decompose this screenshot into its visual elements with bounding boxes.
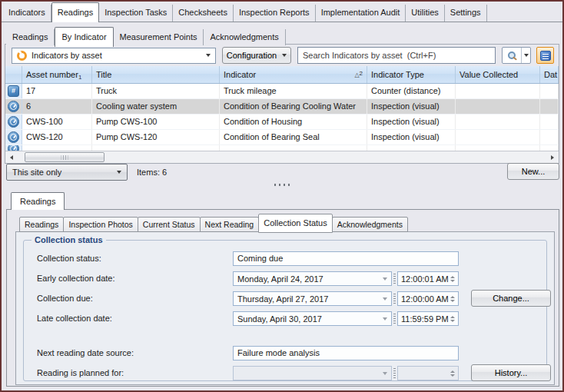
panel-splitter[interactable] — [2, 181, 562, 189]
table-row-selected[interactable]: 6 Cooling water system Condition of Bear… — [5, 99, 559, 115]
row-icon-cell: # — [5, 84, 22, 98]
column-header-icon[interactable] — [5, 66, 22, 83]
view-selector-combo[interactable]: Indicators by asset — [12, 48, 216, 64]
groupbox-title: Collection status — [32, 235, 106, 244]
gauge-icon — [8, 145, 19, 151]
search-input[interactable] — [297, 47, 496, 64]
column-header-value-collected[interactable]: Value Collected — [456, 66, 540, 83]
table-row[interactable]: CWS-100 Pump CWS-100 Condition of Housin… — [5, 115, 559, 130]
tab-readings-detail[interactable]: Readings — [11, 192, 65, 210]
tab-collection-status[interactable]: Collection Status — [258, 214, 333, 233]
early-collection-date-picker[interactable]: Monday, April 24, 2017 — [233, 271, 392, 286]
indicators-by-asset-icon — [17, 51, 27, 61]
field-row-next-reading-source: Next reading date source: Failure mode a… — [16, 346, 554, 360]
column-header-date[interactable]: Dat — [540, 66, 559, 83]
view-tab-bar: Readings By Indicator Measurement Points… — [6, 25, 286, 45]
field-divider — [393, 274, 396, 284]
indicator-grid: Asset number1 Title Indicator △2 Indicat… — [5, 66, 559, 151]
table-row[interactable]: CWS-120 Pump CWS-120 Condition of Bearin… — [5, 130, 559, 145]
site-filter-value: This site only — [12, 168, 61, 177]
site-filter-combo[interactable]: This site only — [6, 164, 128, 181]
chevron-down-icon — [282, 54, 287, 57]
reading-planned-time-spinner[interactable] — [397, 366, 459, 380]
tab-readings-view[interactable]: Readings — [6, 29, 55, 45]
collection-status-field[interactable]: Coming due — [233, 251, 459, 266]
tab-acknowledgments-sub[interactable]: Acknowledgments — [332, 217, 408, 232]
chevron-down-icon — [383, 277, 387, 281]
tab-implementation-audit[interactable]: Implementation Audit — [316, 5, 406, 22]
field-divider — [393, 314, 396, 324]
counter-icon: # — [8, 85, 19, 97]
search-button[interactable] — [502, 47, 531, 64]
spinner-arrows-icon[interactable] — [450, 316, 455, 322]
chevron-down-icon — [383, 317, 387, 321]
spinner-arrows-icon[interactable] — [450, 276, 455, 282]
table-row-partial[interactable] — [5, 145, 559, 151]
spinner-arrows-icon[interactable] — [450, 370, 455, 377]
horizontal-scrollbar[interactable] — [5, 151, 559, 163]
row-icon-cell — [5, 130, 22, 145]
configuration-button[interactable]: Configuration — [222, 47, 291, 64]
search-options-dropdown[interactable] — [521, 48, 530, 63]
field-row-collection-status: Collection status: Coming due — [16, 251, 554, 266]
chevron-down-icon — [206, 54, 211, 57]
next-reading-date-source-field[interactable]: Failure mode analysis — [233, 346, 459, 360]
configuration-label: Configuration — [227, 51, 277, 60]
spinner-arrows-icon[interactable] — [450, 296, 455, 302]
app-window: Indicators Readings Inspection Tasks Che… — [0, 0, 564, 392]
tab-acknowledgments-view[interactable]: Acknowledgments — [204, 29, 285, 45]
main-tab-bar: Indicators Readings Inspection Tasks Che… — [2, 2, 562, 22]
tab-checksheets[interactable]: Checksheets — [173, 5, 234, 22]
indicator-list-panel: Indicators by asset Configuration — [5, 44, 559, 164]
items-count: Items: 6 — [137, 168, 167, 177]
list-view-icon — [540, 51, 551, 61]
change-button[interactable]: Change... — [471, 290, 551, 307]
tab-indicators[interactable]: Indicators — [3, 5, 51, 22]
field-divider — [393, 294, 396, 304]
tab-by-indicator[interactable]: By Indicator — [55, 27, 113, 47]
tab-current-status[interactable]: Current Status — [138, 217, 201, 232]
sort-ascending-icon: △2 — [354, 70, 363, 79]
collection-due-date-picker[interactable]: Thursday, April 27, 2017 — [233, 291, 392, 306]
new-button[interactable]: New... — [507, 163, 559, 180]
scrollbar-thumb[interactable] — [25, 152, 105, 162]
tab-readings-sub[interactable]: Readings — [19, 217, 64, 232]
collection-due-time-spinner[interactable]: 12:00:00 AM — [397, 291, 459, 306]
tab-inspection-reports[interactable]: Inspection Reports — [234, 5, 316, 22]
late-collection-time-spinner[interactable]: 11:59:59 PM — [397, 311, 459, 326]
scroll-right-arrow[interactable] — [547, 152, 558, 163]
column-header-indicator[interactable]: Indicator △2 — [220, 66, 367, 83]
late-collection-date-picker[interactable]: Sunday, April 30, 2017 — [233, 311, 392, 326]
chevron-down-icon — [117, 171, 121, 174]
column-header-asset-number[interactable]: Asset number1 — [22, 66, 92, 83]
field-row-early-collection-date: Early collection date: Monday, April 24,… — [16, 271, 554, 286]
reading-planned-date-picker[interactable] — [233, 366, 392, 380]
column-header-title[interactable]: Title — [92, 66, 220, 83]
sort-order-badge: 1 — [78, 74, 81, 83]
tab-next-reading[interactable]: Next Reading — [200, 217, 260, 232]
tab-utilities[interactable]: Utilities — [406, 5, 444, 22]
collection-status-page: Collection status Collection status: Com… — [15, 231, 555, 385]
details-view-toggle-button[interactable] — [536, 47, 554, 64]
early-collection-time-spinner[interactable]: 12:00:01 AM — [397, 271, 459, 286]
tab-readings[interactable]: Readings — [51, 2, 99, 22]
tab-inspection-photos[interactable]: Inspection Photos — [63, 217, 138, 232]
gauge-icon — [8, 131, 19, 143]
detail-tab-bar: Readings Inspection Photos Current Statu… — [19, 213, 408, 232]
field-row-reading-planned: Reading is planned for: History... — [16, 366, 554, 380]
scroll-left-arrow[interactable] — [6, 152, 17, 163]
field-divider — [393, 368, 396, 378]
tab-measurement-points[interactable]: Measurement Points — [114, 29, 204, 45]
history-button[interactable]: History... — [471, 364, 551, 381]
field-row-collection-due: Collection due: Thursday, April 27, 2017… — [16, 291, 554, 306]
tab-settings[interactable]: Settings — [445, 5, 487, 22]
grid-header-row: Asset number1 Title Indicator △2 Indicat… — [5, 66, 559, 84]
table-row[interactable]: # 17 Truck Truck mileage Counter (distan… — [5, 84, 559, 99]
tab-inspection-tasks[interactable]: Inspection Tasks — [99, 5, 173, 22]
row-icon-cell — [5, 115, 22, 129]
row-icon-cell — [5, 145, 22, 151]
chevron-down-icon — [524, 54, 529, 57]
gauge-icon — [8, 116, 19, 128]
column-header-indicator-type[interactable]: Indicator Type — [367, 66, 456, 83]
list-footer: This site only Items: 6 New... — [5, 163, 559, 181]
